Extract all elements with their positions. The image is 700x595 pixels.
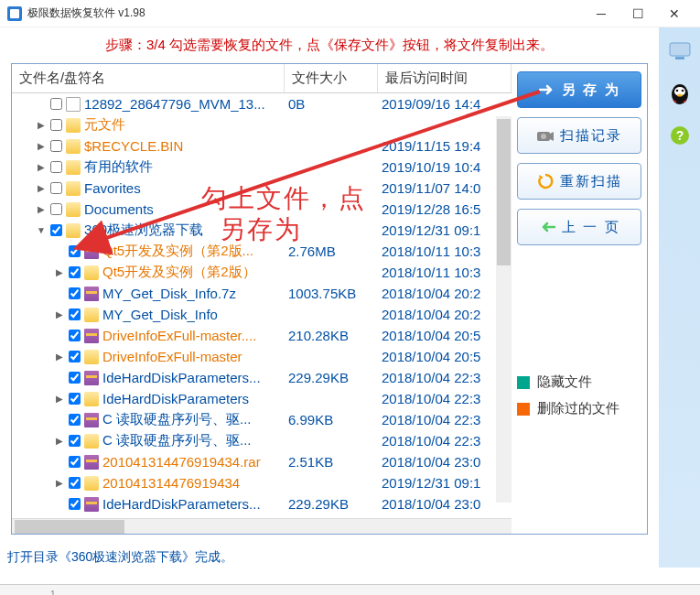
svg-point-6 [675, 90, 678, 92]
expander-icon[interactable]: ▶ [36, 162, 47, 172]
row-checkbox[interactable] [69, 393, 81, 405]
file-name: 360极速浏览器下载 [84, 222, 203, 239]
vertical-scrollbar[interactable] [496, 116, 512, 503]
legend-hidden-color [517, 376, 530, 389]
expander-icon[interactable]: ▶ [36, 183, 47, 193]
close-button[interactable]: ✕ [656, 0, 693, 27]
row-checkbox[interactable] [69, 477, 81, 489]
file-name: 201041314476919434 [102, 475, 240, 491]
row-checkbox[interactable] [50, 98, 62, 110]
table-row[interactable]: ▶DriveInfoExFull-master2018/10/04 20:5 [12, 346, 512, 367]
row-checkbox[interactable] [69, 266, 81, 278]
rar-icon [84, 497, 99, 512]
expander-icon[interactable]: ▼ [36, 225, 47, 235]
expander-icon[interactable]: ▶ [54, 352, 65, 362]
file-size: 229.29KB [285, 496, 378, 512]
file-date: 2019/12/31 09:1 [378, 222, 512, 238]
row-checkbox[interactable] [69, 456, 81, 468]
file-name: C 读取硬盘序列号、驱... [102, 432, 252, 449]
folder-icon [66, 160, 81, 175]
right-icon-strip: ? [659, 27, 700, 568]
table-row[interactable]: ▶元文件 [12, 114, 512, 135]
row-checkbox[interactable] [69, 498, 81, 510]
file-size: 210.28KB [285, 328, 378, 343]
expander-icon[interactable]: ▶ [36, 141, 47, 151]
table-row[interactable]: 201041314476919434.rar2.51KB2018/10/04 2… [12, 451, 512, 472]
file-name: Qt5开发及实例（第2版） [102, 264, 256, 281]
expander-icon[interactable]: ▶ [54, 267, 65, 277]
table-row[interactable]: DriveInfoExFull-master....210.28KB2018/1… [12, 325, 512, 346]
expander-icon[interactable]: ▶ [36, 204, 47, 214]
qq-icon[interactable] [667, 81, 693, 106]
main-panel: 文件名/盘符名 文件大小 最后访问时间 12892_28647796_MVM_1… [11, 63, 648, 535]
expander-icon[interactable]: ▶ [54, 478, 65, 488]
row-checkbox[interactable] [69, 435, 81, 447]
rar-icon [84, 455, 99, 470]
table-row[interactable]: ▶IdeHardDiskParameters2018/10/04 22:3 [12, 388, 512, 409]
table-row[interactable]: ▶2010413144769194342019/12/31 09:1 [12, 472, 512, 493]
sidebar: 另 存 为 扫描记录 重新扫描 上 一 页 隐藏文件 删除过的文件 [512, 64, 647, 534]
header-date[interactable]: 最后访问时间 [378, 64, 512, 92]
rescan-button[interactable]: 重新扫描 [517, 163, 641, 200]
row-checkbox[interactable] [69, 245, 81, 257]
table-row[interactable]: 12892_28647796_MVM_13...0B2019/09/16 14:… [12, 93, 512, 114]
table-row[interactable]: IdeHardDiskParameters...229.29KB2018/10/… [12, 367, 512, 388]
back-button[interactable]: 上 一 页 [517, 209, 641, 245]
table-row[interactable]: ▶MY_Get_Disk_Info2018/10/04 20:2 [12, 304, 512, 325]
expander-icon[interactable]: ▶ [54, 394, 65, 404]
file-size: 0B [285, 96, 378, 112]
table-row[interactable]: ▶有用的软件2019/10/19 10:4 [12, 157, 512, 178]
row-checkbox[interactable] [50, 119, 62, 131]
table-row[interactable]: ▶Qt5开发及实例（第2版）2018/10/11 10:3 [12, 262, 512, 283]
header-size[interactable]: 文件大小 [285, 64, 378, 92]
computer-icon[interactable] [667, 38, 693, 64]
table-row[interactable]: IdeHardDiskParameters...229.29KB2018/10/… [12, 493, 512, 514]
table-row[interactable]: C 读取硬盘序列号、驱...6.99KB2018/10/04 22:3 [12, 409, 512, 430]
rar-icon [84, 371, 99, 385]
minimize-button[interactable]: ─ [583, 0, 619, 27]
row-checkbox[interactable] [69, 351, 81, 362]
refresh-icon [536, 172, 555, 190]
row-checkbox[interactable] [50, 140, 62, 152]
row-checkbox[interactable] [50, 224, 62, 236]
svg-point-7 [681, 90, 684, 92]
folder-icon [84, 350, 99, 364]
file-name: MY_Get_Disk_Info.7z [102, 286, 236, 301]
row-checkbox[interactable] [50, 161, 62, 173]
file-name: DriveInfoExFull-master.... [102, 328, 256, 343]
table-row[interactable]: ▶Documents2019/12/28 16:5 [12, 199, 512, 220]
scan-log-button[interactable]: 扫描记录 [517, 117, 641, 154]
row-checkbox[interactable] [69, 287, 81, 299]
save-as-button[interactable]: 另 存 为 [517, 71, 641, 108]
row-checkbox[interactable] [50, 182, 62, 194]
file-date: 2018/10/04 22:3 [378, 433, 512, 449]
table-row[interactable]: MY_Get_Disk_Info.7z1003.75KB2018/10/04 2… [12, 283, 512, 304]
maximize-button[interactable]: ☐ [619, 0, 656, 27]
window-title: 极限数据恢复软件 v1.98 [27, 5, 583, 21]
expander-icon[interactable]: ▶ [54, 436, 65, 446]
help-icon[interactable]: ? [667, 123, 693, 148]
header-name[interactable]: 文件名/盘符名 [12, 64, 285, 92]
expander-icon[interactable]: ▶ [36, 120, 47, 130]
folder-icon [66, 181, 81, 196]
file-date: 2018/10/04 23:0 [378, 454, 512, 470]
table-row[interactable]: ▶Favorites2019/11/07 14:0 [12, 178, 512, 199]
row-checkbox[interactable] [69, 414, 81, 426]
row-checkbox[interactable] [69, 372, 81, 384]
horizontal-scrollbar[interactable] [12, 518, 512, 534]
table-row[interactable]: ▶$RECYCLE.BIN2019/11/15 19:4 [12, 135, 512, 157]
table-row[interactable]: Qt5开发及实例（第2版...2.76MB2018/10/11 10:3 [12, 241, 512, 262]
row-checkbox[interactable] [69, 308, 81, 320]
file-date: 2018/10/11 10:3 [378, 243, 512, 259]
folder-icon [84, 392, 99, 406]
file-rows: 12892_28647796_MVM_13...0B2019/09/16 14:… [12, 93, 512, 518]
file-size: 1003.75KB [285, 286, 378, 301]
back-icon [538, 218, 556, 236]
expander-icon[interactable]: ▶ [54, 309, 65, 319]
table-row[interactable]: ▼360极速浏览器下载2019/12/31 09:1 [12, 220, 512, 241]
table-row[interactable]: ▶C 读取硬盘序列号、驱...2018/10/04 22:3 [12, 430, 512, 451]
row-checkbox[interactable] [69, 330, 81, 341]
file-date: 2018/10/04 20:5 [378, 328, 512, 343]
row-checkbox[interactable] [50, 203, 62, 215]
file-name: $RECYCLE.BIN [84, 138, 183, 154]
